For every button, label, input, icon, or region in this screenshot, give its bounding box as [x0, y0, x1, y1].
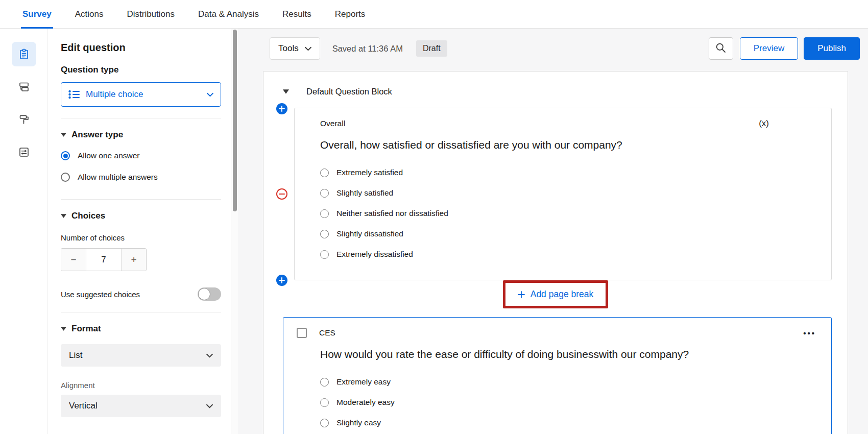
- format-value: List: [69, 350, 82, 360]
- radio-selected-icon: [61, 151, 70, 160]
- question-card-ces[interactable]: CES ••• How would you rate the ease or d…: [283, 317, 832, 434]
- choices-header[interactable]: Choices: [61, 211, 221, 221]
- radio-unselected-icon: [320, 378, 329, 387]
- survey-flow-icon[interactable]: [12, 75, 36, 99]
- answer-option[interactable]: Moderately easy: [320, 392, 816, 413]
- format-section: Format List Alignment Vertical: [61, 312, 221, 428]
- question-corner-text[interactable]: (x): [759, 118, 769, 129]
- survey-options-icon[interactable]: [12, 140, 36, 164]
- publish-button[interactable]: Publish: [804, 37, 860, 60]
- search-button[interactable]: [709, 37, 733, 60]
- format-dropdown[interactable]: List: [61, 344, 221, 367]
- add-question-below-button[interactable]: [276, 275, 287, 286]
- choices-section: Choices Number of choices − 7 + Use sugg…: [61, 200, 221, 312]
- block-title: Default Question Block: [306, 87, 392, 97]
- add-question-above-button[interactable]: [276, 103, 287, 114]
- tools-dropdown[interactable]: Tools: [270, 37, 320, 60]
- top-nav: Survey Actions Distributions Data & Anal…: [0, 0, 868, 29]
- radio-unselected-icon: [61, 173, 70, 182]
- block-collapse-icon[interactable]: [283, 89, 289, 94]
- chevron-down-icon: [206, 401, 213, 411]
- plus-icon: [518, 291, 525, 298]
- collapse-triangle-icon: [61, 327, 66, 331]
- answer-type-section: Answer type Allow one answer Allow multi…: [61, 118, 221, 200]
- toggle-knob: [198, 288, 210, 300]
- canvas-toolbar: Tools Saved at 11:36 AM Draft Preview Pu…: [270, 37, 860, 60]
- draft-status-badge: Draft: [416, 40, 447, 57]
- survey-builder-icon[interactable]: [12, 42, 36, 66]
- question-text[interactable]: How would you rate the ease or difficult…: [320, 348, 816, 360]
- question-2-wrapper: CES ••• How would you rate the ease or d…: [283, 317, 832, 434]
- panel-scrollbar-thumb[interactable]: [233, 30, 237, 211]
- number-of-choices-label: Number of choices: [61, 233, 221, 242]
- question-card-overall[interactable]: Overall (x) Overall, how satisfied or di…: [294, 108, 832, 280]
- format-header-label: Format: [71, 324, 101, 334]
- page-break-row: Add page break: [263, 280, 848, 308]
- tab-actions[interactable]: Actions: [75, 0, 104, 28]
- allow-multiple-answers-option[interactable]: Allow multiple answers: [61, 166, 221, 188]
- answer-option[interactable]: Extremely dissatisfied: [320, 244, 816, 264]
- collapse-triangle-icon: [61, 214, 66, 218]
- choices-header-label: Choices: [71, 211, 105, 221]
- block-header: Default Question Block: [263, 87, 848, 97]
- question-type-section: Question type Multiple choice: [61, 54, 221, 118]
- number-of-choices-stepper: − 7 +: [61, 248, 147, 271]
- answer-option[interactable]: Slightly dissatisfied: [320, 224, 816, 244]
- question-1-wrapper: Overall (x) Overall, how satisfied or di…: [294, 108, 832, 280]
- question-checkbox[interactable]: [297, 328, 307, 338]
- question-menu-ellipsis-icon[interactable]: •••: [803, 329, 816, 337]
- answer-option[interactable]: Neither satisfied nor dissatisfied: [320, 203, 816, 224]
- preview-button[interactable]: Preview: [740, 37, 798, 60]
- allow-one-answer-option[interactable]: Allow one answer: [61, 145, 221, 166]
- decrease-choices-button[interactable]: −: [61, 249, 86, 271]
- collapse-triangle-icon: [61, 133, 66, 137]
- annotation-highlight-box: Add page break: [503, 280, 609, 308]
- answer-type-header[interactable]: Answer type: [61, 130, 221, 140]
- format-header[interactable]: Format: [61, 324, 221, 334]
- answer-option[interactable]: Slightly easy: [320, 413, 816, 433]
- tab-survey[interactable]: Survey: [22, 0, 52, 28]
- alignment-value: Vertical: [69, 401, 98, 411]
- edit-question-panel: Edit question Question type Multiple cho…: [48, 29, 231, 434]
- tab-data-analysis[interactable]: Data & Analysis: [198, 0, 259, 28]
- radio-unselected-icon: [320, 398, 329, 407]
- tools-label: Tools: [278, 43, 299, 54]
- question-type-label: Question type: [61, 65, 221, 75]
- radio-unselected-icon: [320, 419, 329, 427]
- alignment-label: Alignment: [61, 381, 221, 390]
- question-id-label: Overall: [320, 119, 345, 128]
- left-icon-strip: [0, 29, 48, 434]
- chevron-down-icon: [207, 90, 213, 99]
- radio-unselected-icon: [320, 230, 329, 238]
- search-icon: [715, 42, 726, 55]
- question-type-value: Multiple choice: [86, 89, 143, 100]
- increase-choices-button[interactable]: +: [122, 249, 146, 271]
- question-type-dropdown[interactable]: Multiple choice: [61, 82, 221, 107]
- tab-reports[interactable]: Reports: [335, 0, 366, 28]
- survey-canvas-area: Tools Saved at 11:36 AM Draft Preview Pu…: [238, 29, 868, 434]
- question-block-card: Default Question Block Overall (x): [263, 71, 848, 434]
- chevron-down-icon: [305, 43, 311, 54]
- use-suggested-choices-toggle[interactable]: [198, 287, 221, 301]
- radio-unselected-icon: [320, 250, 329, 259]
- radio-unselected-icon: [320, 189, 329, 198]
- answer-option[interactable]: Extremely satisfied: [320, 162, 816, 183]
- answer-option[interactable]: Slightly satisfied: [320, 183, 816, 203]
- remove-question-button[interactable]: [276, 188, 287, 200]
- radio-unselected-icon: [320, 168, 329, 177]
- radio-unselected-icon: [320, 209, 329, 218]
- add-page-break-button[interactable]: Add page break: [505, 283, 606, 306]
- alignment-dropdown[interactable]: Vertical: [61, 395, 221, 417]
- tab-results[interactable]: Results: [282, 0, 311, 28]
- question-text[interactable]: Overall, how satisfied or dissatisfied a…: [320, 139, 816, 151]
- allow-multiple-answers-label: Allow multiple answers: [78, 173, 158, 182]
- choices-count-value[interactable]: 7: [86, 249, 122, 271]
- answer-option[interactable]: Extremely easy: [320, 372, 816, 392]
- look-and-feel-icon[interactable]: [12, 107, 36, 132]
- multiple-choice-icon: [68, 90, 80, 99]
- panel-scrollbar-track[interactable]: [231, 29, 238, 434]
- use-suggested-choices-label: Use suggested choices: [61, 290, 140, 299]
- chevron-down-icon: [206, 350, 213, 360]
- panel-title: Edit question: [61, 42, 221, 54]
- tab-distributions[interactable]: Distributions: [127, 0, 175, 28]
